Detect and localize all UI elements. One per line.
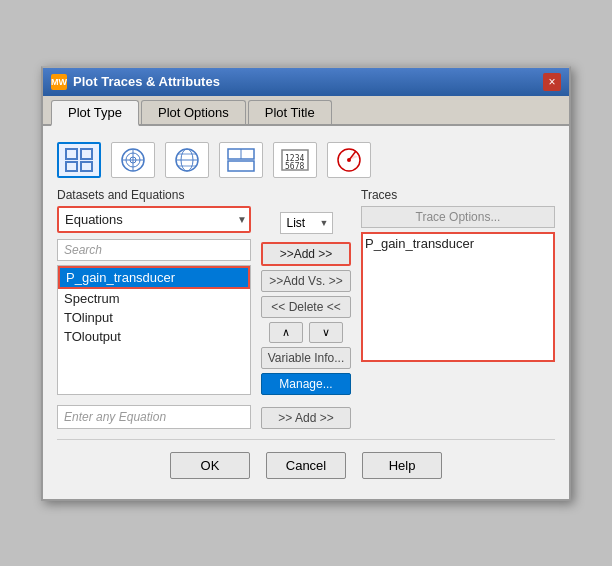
arrow-row: ∧ ∨ [269,322,343,343]
tab-plot-title[interactable]: Plot Title [248,100,332,124]
variable-info-button[interactable]: Variable Info... [261,347,351,369]
svg-rect-0 [66,149,77,159]
title-bar-left: MW Plot Traces & Attributes [51,74,220,90]
close-button[interactable]: × [543,73,561,91]
app-icon: MW [51,74,67,90]
svg-text:5678: 5678 [285,162,304,171]
svg-rect-2 [66,162,77,171]
add-vs-button[interactable]: >>Add Vs. >> [261,270,351,292]
trace-value: P_gain_transducer [365,236,474,251]
list-item[interactable]: TOlinput [58,308,250,327]
plot-icon-grid[interactable] [57,142,101,178]
list-item[interactable]: Spectrum [58,289,250,308]
tab-plot-options[interactable]: Plot Options [141,100,246,124]
down-arrow-button[interactable]: ∨ [309,322,343,343]
traces-label: Traces [361,188,555,202]
middle-panel: List Tree ▼ >>Add >> >>Add Vs. >> << Del… [251,188,361,429]
plot-icon-digital[interactable]: 1234 5678 [273,142,317,178]
radar-svg [334,147,364,173]
add-button[interactable]: >>Add >> [261,242,351,266]
tab-plot-type[interactable]: Plot Type [51,100,139,126]
equations-list: P_gain_transducer Spectrum TOlinput TOlo… [57,265,251,395]
list-item[interactable]: TOloutput [58,327,250,346]
dialog-title: Plot Traces & Attributes [73,74,220,89]
plot-icon-polar[interactable] [111,142,155,178]
list-add-row: List Tree ▼ [280,212,333,234]
datasets-label: Datasets and Equations [57,188,251,202]
title-bar: MW Plot Traces & Attributes × [43,68,569,96]
icon-row: 1234 5678 [57,136,555,188]
grid-svg [64,147,94,173]
bottom-bar: OK Cancel Help [57,439,555,489]
tab-bar: Plot Type Plot Options Plot Title [43,96,569,126]
main-content: Datasets and Equations Equations Dataset… [57,188,555,429]
polar-svg [118,147,148,173]
list-dropdown-wrapper: List Tree ▼ [280,212,333,234]
up-arrow-button[interactable]: ∧ [269,322,303,343]
plot-icon-globe[interactable] [165,142,209,178]
equations-dropdown-wrapper: Equations Datasets ▼ [57,206,251,233]
globe-svg [172,147,202,173]
svg-rect-3 [81,162,92,171]
manage-button[interactable]: Manage... [261,373,351,395]
help-button[interactable]: Help [362,452,442,479]
split-svg [226,147,256,173]
plot-icon-radar[interactable] [327,142,371,178]
equation-input[interactable] [57,405,251,429]
list-dropdown[interactable]: List Tree [280,212,333,234]
trace-options-button[interactable]: Trace Options... [361,206,555,228]
traces-list: P_gain_transducer [361,232,555,362]
list-item[interactable]: P_gain_transducer [58,266,250,289]
right-panel: Traces Trace Options... P_gain_transduce… [361,188,555,429]
equations-dropdown[interactable]: Equations Datasets [57,206,251,233]
equation-add-row [57,399,251,429]
left-panel: Datasets and Equations Equations Dataset… [57,188,251,429]
ok-button[interactable]: OK [170,452,250,479]
dialog-body: 1234 5678 Datasets and Equations [43,126,569,499]
cancel-button[interactable]: Cancel [266,452,346,479]
main-dialog: MW Plot Traces & Attributes × Plot Type … [41,66,571,501]
plot-icon-split[interactable] [219,142,263,178]
svg-rect-1 [81,149,92,159]
digital-svg: 1234 5678 [280,147,310,173]
svg-rect-15 [228,161,254,171]
delete-button[interactable]: << Delete << [261,296,351,318]
eq-add-button[interactable]: >> Add >> [261,407,351,429]
search-input[interactable] [57,239,251,261]
